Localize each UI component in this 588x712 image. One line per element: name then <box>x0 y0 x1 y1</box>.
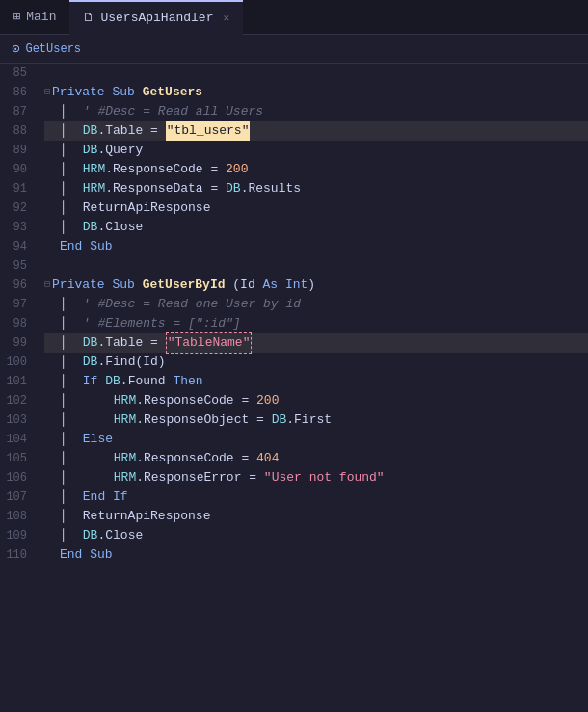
code-line-94: End Sub <box>44 237 588 256</box>
kw-private-96: Private <box>52 276 105 295</box>
code-line-91: │ HRM .ResponseData = DB .Results <box>44 179 588 198</box>
kw-end-110: End <box>60 545 82 565</box>
kw-sub-86: Sub <box>112 83 134 102</box>
ln-89: 89 <box>0 141 33 160</box>
ln-87: 87 <box>0 102 33 121</box>
ln-95: 95 <box>0 256 33 276</box>
collapse-96[interactable]: ⊟ <box>44 276 50 295</box>
code-line-101: │ If DB .Found Then <box>44 372 588 391</box>
db-obj-100: DB <box>83 353 98 372</box>
breadcrumb-text: GetUsers <box>25 42 81 56</box>
ln-100: 100 <box>0 353 33 372</box>
code-line-85 <box>44 64 588 83</box>
kw-end-107: End <box>83 488 105 507</box>
code-line-109: │ DB .Close <box>44 526 588 545</box>
fn-getuserbyid: GetUserById <box>143 276 226 295</box>
num-200-102: 200 <box>256 391 279 410</box>
tab-main[interactable]: ⊞ Main <box>0 0 69 35</box>
db-obj-99: DB <box>83 333 98 353</box>
comment-desc-87: ' #Desc = Read all Users <box>83 102 263 121</box>
code-line-93: │ DB .Close <box>44 218 588 237</box>
code-line-105: │ HRM .ResponseCode = 404 <box>44 449 588 468</box>
kw-end-94: End <box>60 237 82 256</box>
ln-110: 110 <box>0 545 33 565</box>
code-line-87: │ ' #Desc = Read all Users <box>44 102 588 121</box>
collapse-86[interactable]: ⊟ <box>44 83 50 102</box>
users-api-tab-icon: 🗋 <box>83 11 94 25</box>
ln-105: 105 <box>0 449 33 468</box>
tab-users-api[interactable]: 🗋 UsersApiHandler ✕ <box>69 0 243 35</box>
ln-91: 91 <box>0 179 33 198</box>
db-obj-88: DB <box>83 121 98 141</box>
ln-106: 106 <box>0 468 33 488</box>
code-line-88: │ DB . Table = "tbl_users" <box>44 121 588 141</box>
code-line-110: End Sub <box>44 545 588 565</box>
kw-sub-96: Sub <box>112 276 134 295</box>
num-404: 404 <box>256 449 279 468</box>
db-obj-103: DB <box>272 410 287 430</box>
code-line-106: │ HRM .ResponseError = "User not found" <box>44 468 588 488</box>
kw-then-101: Then <box>173 372 202 391</box>
ln-104: 104 <box>0 430 33 449</box>
kw-int-96: Int <box>285 276 307 295</box>
code-line-102: │ HRM .ResponseCode = 200 <box>44 391 588 410</box>
comment-elements-98: ' #Elements = [":id"] <box>83 314 241 333</box>
code-line-97: │ ' #Desc = Read one User by id <box>44 295 588 314</box>
ln-108: 108 <box>0 507 33 526</box>
ln-109: 109 <box>0 526 33 545</box>
ln-101: 101 <box>0 372 33 391</box>
ln-94: 94 <box>0 237 33 256</box>
code-line-103: │ HRM .ResponseObject = DB .First <box>44 410 588 430</box>
code-line-96: ⊟ Private Sub GetUserById ( Id As Int ) <box>44 276 588 295</box>
kw-private-86: Private <box>52 83 105 102</box>
ln-99: 99 <box>0 333 33 353</box>
ln-85: 85 <box>0 64 33 83</box>
db-obj-109: DB <box>83 526 98 545</box>
main-tab-label: Main <box>26 10 56 24</box>
ln-86: 86 <box>0 83 33 102</box>
kw-if-101: If <box>83 372 98 391</box>
ln-96: 96 <box>0 276 33 295</box>
kw-sub-110: Sub <box>90 545 112 565</box>
code-content: ⊟ Private Sub GetUsers │ ' #Desc = Read … <box>40 64 588 712</box>
kw-if-107: If <box>113 488 128 507</box>
code-line-95 <box>44 256 588 276</box>
code-line-98: │ ' #Elements = [":id"] <box>44 314 588 333</box>
string-tbl-users: "tbl_users" <box>166 121 251 141</box>
ln-102: 102 <box>0 391 33 410</box>
code-area: 85 86 87 88 89 90 91 92 93 94 95 96 97 9… <box>0 64 588 712</box>
num-200-90: 200 <box>226 160 248 179</box>
code-line-92: │ ReturnApiResponse <box>44 198 588 218</box>
return-api-108: ReturnApiResponse <box>83 507 211 526</box>
ln-92: 92 <box>0 198 33 218</box>
string-user-not-found: "User not found" <box>264 468 385 488</box>
code-line-86: ⊟ Private Sub GetUsers <box>44 83 588 102</box>
users-api-tab-label: UsersApiHandler <box>100 11 213 25</box>
code-line-90: │ HRM .ResponseCode = 200 <box>44 160 588 179</box>
tab-close-button[interactable]: ✕ <box>223 12 229 24</box>
hrm-obj-102: HRM <box>114 391 136 410</box>
breadcrumb-icon: ⊙ <box>12 40 19 57</box>
line-numbers: 85 86 87 88 89 90 91 92 93 94 95 96 97 9… <box>0 64 40 712</box>
hrm-obj-105: HRM <box>114 449 136 468</box>
code-line-108: │ ReturnApiResponse <box>44 507 588 526</box>
ln-103: 103 <box>0 410 33 430</box>
breadcrumb: ⊙ GetUsers <box>0 35 588 64</box>
code-line-89: │ DB .Query <box>44 141 588 160</box>
hrm-obj-91: HRM <box>83 179 105 198</box>
code-line-104: │ Else <box>44 430 588 449</box>
hrm-obj-90: HRM <box>83 160 105 179</box>
comment-desc-97: ' #Desc = Read one User by id <box>83 295 301 314</box>
ln-90: 90 <box>0 160 33 179</box>
ln-107: 107 <box>0 488 33 507</box>
db-obj-89: DB <box>83 141 98 160</box>
db-obj-101: DB <box>105 372 120 391</box>
ln-98: 98 <box>0 314 33 333</box>
tab-bar: ⊞ Main 🗋 UsersApiHandler ✕ <box>0 0 588 35</box>
code-line-99: │ DB .Table = "TableName" <box>44 333 588 353</box>
db-obj-91: DB <box>226 179 241 198</box>
ln-97: 97 <box>0 295 33 314</box>
hrm-obj-103: HRM <box>114 410 136 430</box>
code-line-100: │ DB .Find(Id) <box>44 353 588 372</box>
string-tablename: "TableName" <box>166 332 253 354</box>
